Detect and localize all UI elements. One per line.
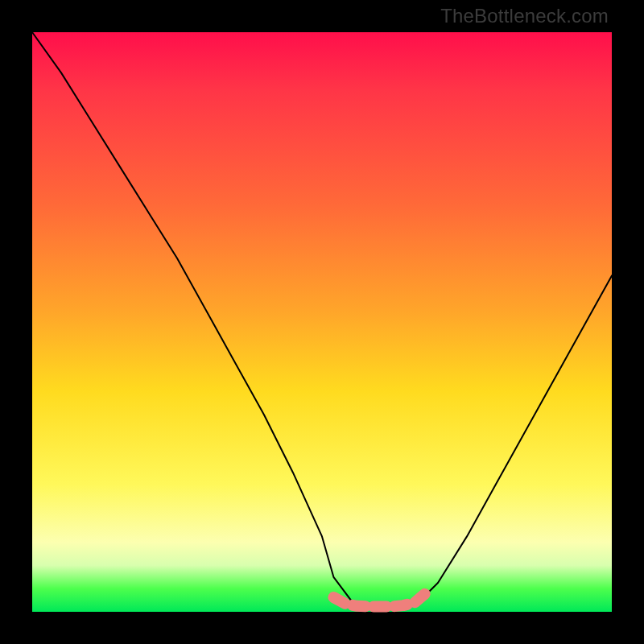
- plot-gradient-area: [32, 32, 612, 612]
- chart-svg: [32, 32, 612, 612]
- watermark-text: TheBottleneck.com: [440, 5, 609, 27]
- mismatch-curve-line: [32, 32, 612, 606]
- chart-frame: TheBottleneck.com: [0, 0, 644, 644]
